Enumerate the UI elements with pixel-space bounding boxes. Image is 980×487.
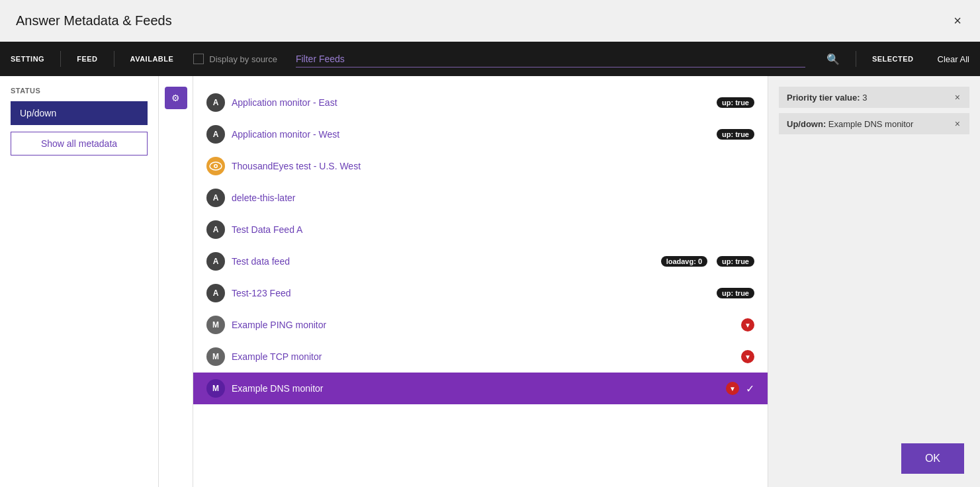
- selected-tag: Up/down: Example DNS monitor ×: [779, 113, 969, 134]
- toolbar-divider-3: [856, 51, 856, 67]
- toolbar: SETTING FEED AVAILABLE Display by source…: [0, 42, 980, 76]
- status-badge: ▼: [741, 318, 754, 332]
- status-badge: up: true: [717, 97, 754, 108]
- selected-tag-remove-button[interactable]: ×: [954, 118, 961, 129]
- feed-item[interactable]: ThousandEyes test - U.S. West: [193, 150, 768, 182]
- feed-name: Test-123 Feed: [232, 288, 707, 298]
- feed-item[interactable]: M Example PING monitor ▼: [193, 309, 768, 341]
- toolbar-available-label: AVAILABLE: [130, 55, 174, 63]
- feed-avatar: A: [206, 284, 225, 302]
- feed-icon-button[interactable]: ⚙: [165, 87, 187, 109]
- display-by-label: Display by source: [209, 54, 277, 64]
- feed-name: Test Data Feed A: [232, 224, 754, 235]
- feed-avatar: A: [206, 252, 225, 271]
- feed-item[interactable]: A Application monitor - West up: true: [193, 118, 768, 150]
- selected-tag-label: Priority tier value: 3: [787, 93, 867, 103]
- toolbar-divider-2: [114, 51, 114, 67]
- close-button[interactable]: ×: [951, 11, 964, 31]
- feed-avatar: M: [206, 316, 225, 334]
- sidebar: STATUS Up/down Show all metadata: [0, 76, 159, 487]
- feed-list: A Application monitor - East up: true A …: [193, 76, 768, 487]
- feed-avatar: M: [206, 379, 225, 398]
- ok-button[interactable]: OK: [901, 443, 964, 474]
- feed-item[interactable]: A delete-this-later: [193, 182, 768, 214]
- status-badge: ▼: [726, 382, 739, 395]
- clear-all-button[interactable]: Clear All: [938, 54, 969, 64]
- feed-name: ThousandEyes test - U.S. West: [232, 161, 754, 171]
- feed-name: Application monitor - East: [232, 97, 707, 108]
- selected-tag-remove-button[interactable]: ×: [954, 92, 961, 103]
- selected-tag-label: Up/down: Example DNS monitor: [787, 119, 913, 129]
- modal-title: Answer Metadata & Feeds: [16, 13, 172, 28]
- thousand-eyes-avatar: [206, 157, 225, 175]
- feed-item[interactable]: M Example DNS monitor ▼ ✓: [193, 373, 768, 404]
- feed-item[interactable]: A Application monitor - East up: true: [193, 87, 768, 118]
- feed-name: delete-this-later: [232, 193, 754, 203]
- selected-tag: Priority tier value: 3 ×: [779, 87, 969, 108]
- status-badge: loadavg: 0: [661, 256, 707, 267]
- feed-avatar: A: [206, 93, 225, 112]
- feed-item[interactable]: M Example TCP monitor ▼: [193, 341, 768, 373]
- filter-container: [296, 51, 805, 67]
- modal-header: Answer Metadata & Feeds ×: [0, 0, 980, 42]
- feed-item[interactable]: A Test data feed loadavg: 0up: true: [193, 245, 768, 277]
- status-badge: ▼: [741, 350, 754, 363]
- selected-panel: Priority tier value: 3 × Up/down: Exampl…: [768, 76, 980, 487]
- modal: Answer Metadata & Feeds × SETTING FEED A…: [0, 0, 980, 487]
- check-mark-icon: ✓: [746, 382, 754, 395]
- status-badge: up: true: [717, 256, 754, 267]
- status-updown-button[interactable]: Up/down: [11, 101, 148, 125]
- display-by-checkbox[interactable]: [193, 54, 204, 64]
- feed-icon-column: ⚙: [159, 76, 193, 487]
- feed-avatar: A: [206, 189, 225, 207]
- toolbar-feed-label: FEED: [77, 55, 97, 63]
- filter-icon: ⚙: [171, 93, 180, 103]
- feed-name: Example DNS monitor: [232, 383, 717, 394]
- toolbar-divider-1: [60, 51, 61, 67]
- content-area: STATUS Up/down Show all metadata ⚙ A App…: [0, 76, 980, 487]
- status-badge: up: true: [717, 288, 754, 298]
- display-by-source: Display by source: [193, 54, 277, 64]
- feed-item[interactable]: A Test-123 Feed up: true: [193, 277, 768, 309]
- feed-name: Example PING monitor: [232, 320, 732, 330]
- search-icon: 🔍: [826, 54, 840, 65]
- feed-name: Example TCP monitor: [232, 351, 732, 362]
- feed-name: Test data feed: [232, 256, 652, 267]
- show-metadata-button[interactable]: Show all metadata: [11, 132, 148, 155]
- feed-name: Application monitor - West: [232, 129, 707, 140]
- toolbar-selected-label: SELECTED: [872, 55, 914, 63]
- toolbar-setting-label: SETTING: [11, 55, 44, 63]
- svg-point-3: [215, 165, 217, 167]
- search-icon-button[interactable]: 🔍: [826, 53, 840, 66]
- sidebar-status-label: STATUS: [11, 87, 148, 95]
- feed-avatar: M: [206, 347, 225, 366]
- feed-avatar: A: [206, 220, 225, 239]
- status-badge: up: true: [717, 129, 754, 140]
- feed-avatar: A: [206, 125, 225, 144]
- feed-item[interactable]: A Test Data Feed A: [193, 214, 768, 245]
- filter-input[interactable]: [296, 51, 805, 67]
